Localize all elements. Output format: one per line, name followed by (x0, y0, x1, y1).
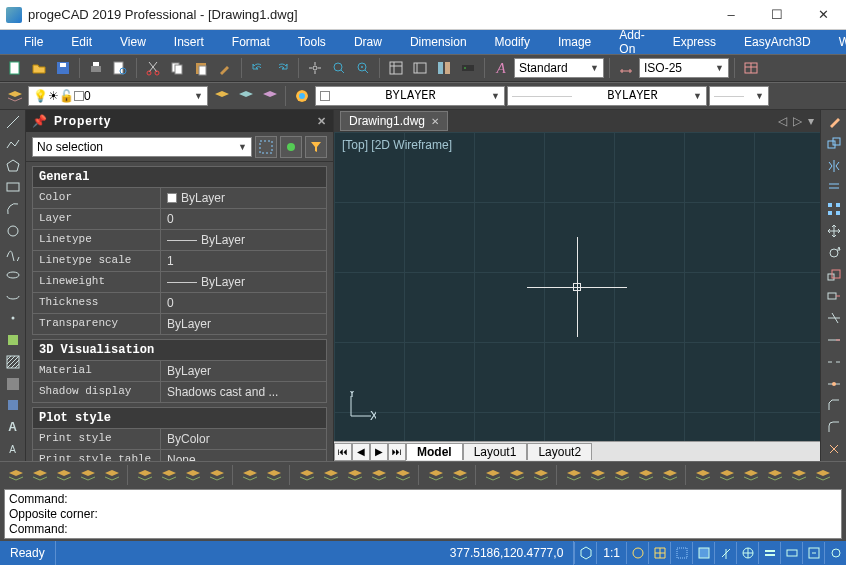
prop-row[interactable]: Shadow displayShadows cast and ... (32, 382, 327, 403)
osnap-icon[interactable] (529, 464, 551, 486)
spline-icon[interactable] (2, 243, 24, 263)
new-icon[interactable] (4, 57, 26, 79)
menu-add-on[interactable]: Add-On (605, 30, 658, 54)
qp-icon[interactable] (802, 542, 824, 564)
trim-icon[interactable] (823, 308, 845, 328)
drawing-canvas[interactable]: [Top] [2D Wireframe] YX (334, 132, 820, 441)
copy-icon[interactable] (166, 57, 188, 79)
layout-next-icon[interactable]: ▶ (370, 443, 388, 461)
explorer-icon[interactable] (409, 57, 431, 79)
ellipse-icon[interactable] (2, 265, 24, 285)
layout-tab-layout2[interactable]: Layout2 (527, 443, 592, 460)
hatch-icon[interactable] (2, 352, 24, 372)
redo-icon[interactable] (271, 57, 293, 79)
rotate-icon[interactable] (823, 243, 845, 263)
osnap-icon[interactable] (343, 464, 365, 486)
osnap-icon[interactable] (76, 464, 98, 486)
prop-row[interactable]: MaterialByLayer (32, 361, 327, 382)
lwt-icon[interactable] (758, 542, 780, 564)
osnap-icon[interactable] (238, 464, 260, 486)
fillet-icon[interactable] (823, 417, 845, 437)
print-preview-icon[interactable] (109, 57, 131, 79)
section-plot-style[interactable]: Plot style (32, 407, 327, 429)
mirror-icon[interactable] (823, 156, 845, 176)
osnap-icon[interactable] (634, 464, 656, 486)
prop-value[interactable]: 0 (161, 293, 326, 313)
osnap-icon[interactable] (610, 464, 632, 486)
osnap-icon[interactable] (562, 464, 584, 486)
properties-icon[interactable] (385, 57, 407, 79)
layout-prev-icon[interactable]: ◀ (352, 443, 370, 461)
menu-tools[interactable]: Tools (284, 30, 340, 54)
osnap-icon[interactable] (4, 464, 26, 486)
chamfer-icon[interactable] (823, 396, 845, 416)
osnap-icon[interactable] (100, 464, 122, 486)
osnap-icon[interactable] (157, 464, 179, 486)
text-style-combo[interactable]: Standard▼ (514, 58, 604, 78)
tool-palette-icon[interactable] (433, 57, 455, 79)
block-icon[interactable] (2, 330, 24, 350)
color-combo[interactable]: BYLAYER▼ (315, 86, 505, 106)
explode-icon[interactable] (823, 439, 845, 459)
prop-row[interactable]: Linetype scale1 (32, 251, 327, 272)
osnap-icon[interactable] (28, 464, 50, 486)
menu-file[interactable]: File (10, 30, 57, 54)
layer-prev-icon[interactable] (210, 85, 232, 107)
prop-value[interactable]: ByLayer (161, 272, 326, 292)
tab-prev-icon[interactable]: ◁ (778, 114, 787, 128)
selection-combo[interactable]: No selection▼ (32, 137, 252, 157)
prop-value[interactable]: None (161, 450, 326, 461)
layer-iso-icon[interactable] (258, 85, 280, 107)
layer-manager-icon[interactable] (4, 85, 26, 107)
osnap-icon[interactable] (262, 464, 284, 486)
table-style-icon[interactable] (740, 57, 762, 79)
command-icon[interactable] (457, 57, 479, 79)
text-icon[interactable]: A (2, 417, 24, 437)
filter-icon[interactable] (305, 136, 327, 158)
menu-draw[interactable]: Draw (340, 30, 396, 54)
section-general[interactable]: General (32, 166, 327, 188)
lineweight-combo[interactable]: ▼ (709, 86, 769, 106)
zoom-icon[interactable] (352, 57, 374, 79)
print-icon[interactable] (85, 57, 107, 79)
select-objects-icon[interactable] (280, 136, 302, 158)
layout-first-icon[interactable]: ⏮ (334, 443, 352, 461)
copy-obj-icon[interactable] (823, 134, 845, 154)
menu-window[interactable]: Window (825, 30, 846, 54)
close-button[interactable]: ✕ (800, 0, 846, 30)
osnap-icon[interactable] (181, 464, 203, 486)
otrack-icon[interactable] (736, 542, 758, 564)
move-icon[interactable] (823, 221, 845, 241)
linetype-combo[interactable]: BYLAYER▼ (507, 86, 707, 106)
dim-style-combo[interactable]: ISO-25▼ (639, 58, 729, 78)
osnap-icon[interactable] (367, 464, 389, 486)
osnap-icon[interactable] (319, 464, 341, 486)
osnap-icon[interactable] (448, 464, 470, 486)
menu-easyarch3d[interactable]: EasyArch3D (730, 30, 825, 54)
osnap-icon[interactable] (811, 464, 833, 486)
match-properties-icon[interactable] (214, 57, 236, 79)
dyn-icon[interactable] (780, 542, 802, 564)
join-icon[interactable] (823, 374, 845, 394)
break-icon[interactable] (823, 352, 845, 372)
osnap-icon[interactable] (739, 464, 761, 486)
menu-image[interactable]: Image (544, 30, 605, 54)
array-icon[interactable] (823, 199, 845, 219)
snap-mode-icon[interactable] (670, 542, 692, 564)
line-icon[interactable] (2, 112, 24, 132)
layout-tab-layout1[interactable]: Layout1 (463, 443, 528, 460)
osnap-icon[interactable] (295, 464, 317, 486)
layout-tab-model[interactable]: Model (406, 443, 463, 460)
osnap-icon[interactable] (787, 464, 809, 486)
erase-icon[interactable] (823, 112, 845, 132)
panel-close-icon[interactable]: ✕ (317, 115, 327, 128)
menu-insert[interactable]: Insert (160, 30, 218, 54)
offset-icon[interactable] (823, 177, 845, 197)
rectangle-icon[interactable] (2, 177, 24, 197)
prop-row[interactable]: LineweightByLayer (32, 272, 327, 293)
sc-icon[interactable] (824, 542, 846, 564)
prop-value[interactable]: ByLayer (161, 188, 326, 208)
undo-icon[interactable] (247, 57, 269, 79)
prop-value[interactable]: ByColor (161, 429, 326, 449)
osnap-icon[interactable] (658, 464, 680, 486)
